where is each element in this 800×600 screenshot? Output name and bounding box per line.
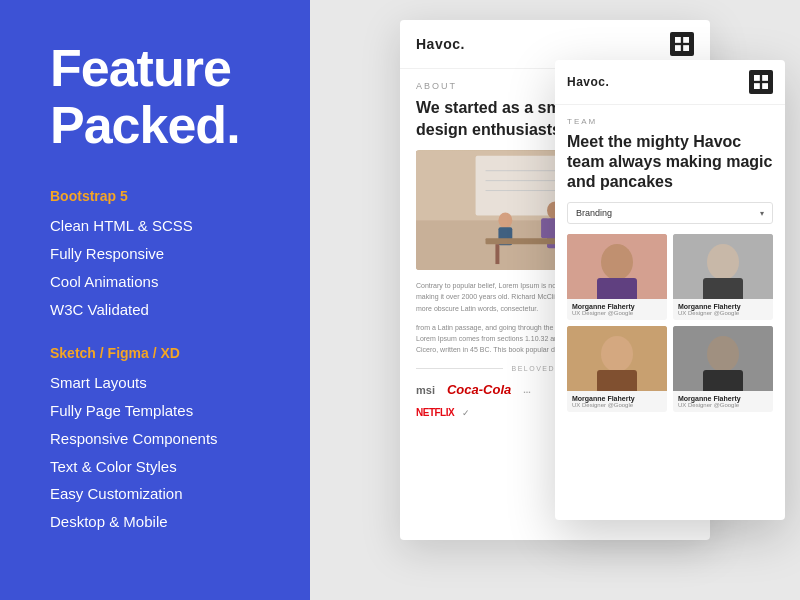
team-card-info: Morganne Flaherty UX Designer @Google [567,299,667,320]
list-item: Clean HTML & SCSS [50,212,270,240]
team-label: TEAM [567,117,773,126]
svg-rect-34 [597,370,637,391]
filter-value: Branding [576,208,612,218]
team-card-info: Morganne Flaherty UX Designer @Google [673,299,773,320]
svg-point-33 [601,336,633,372]
team-member-role: UX Designer @Google [572,402,662,408]
team-photo [673,234,773,299]
client-more: ... [523,385,531,395]
svg-rect-3 [683,45,689,51]
section1-label: Bootstrap 5 [50,188,270,204]
svg-rect-28 [597,278,637,299]
chevron-down-icon: ▾ [760,209,764,218]
mockup-secondary-card: Havoc. TEAM Meet the mighty Havoc team a… [555,60,785,520]
list-item: Cool Animations [50,268,270,296]
mockup-secondary-logo: Havoc. [567,75,609,89]
list-item: Fully Responsive [50,240,270,268]
team-member-name: Morganne Flaherty [572,303,662,310]
team-card: Morganne Flaherty UX Designer @Google [567,234,667,320]
list-item: Smart Layouts [50,369,270,397]
team-member-role: UX Designer @Google [678,310,768,316]
svg-rect-37 [703,370,743,391]
team-photo [567,326,667,391]
client-msi: msi [416,384,435,396]
team-photo [673,326,773,391]
mockup-secondary-header: Havoc. [555,60,785,105]
list-item: Fully Page Templates [50,397,270,425]
svg-point-30 [707,244,739,280]
left-panel: FeaturePacked. Bootstrap 5 Clean HTML & … [0,0,310,600]
team-member-role: UX Designer @Google [678,402,768,408]
list-item: Responsive Components [50,425,270,453]
svg-point-36 [707,336,739,372]
netflix-logo: NETFLIX [416,407,454,418]
svg-rect-22 [754,75,760,81]
team-card-info: Morganne Flaherty UX Designer @Google [567,391,667,412]
grid-icon [670,32,694,56]
team-card: Morganne Flaherty UX Designer @Google [673,234,773,320]
team-photo [567,234,667,299]
list-item: Desktop & Mobile [50,508,270,536]
swoosh: ✓ [462,408,470,418]
grid-icon-secondary [749,70,773,94]
team-card: Morganne Flaherty UX Designer @Google [673,326,773,412]
team-member-role: UX Designer @Google [572,310,662,316]
right-panel: Havoc. ABOUT We started as a small group… [310,0,800,600]
svg-rect-31 [703,278,743,299]
svg-rect-24 [754,83,760,89]
team-section: TEAM Meet the mighty Havoc team always m… [555,105,785,224]
list-item: Easy Customization [50,480,270,508]
branding-filter[interactable]: Branding ▾ [567,202,773,224]
team-title: Meet the mighty Havoc team always making… [567,132,773,192]
svg-point-27 [601,244,633,280]
svg-rect-2 [675,45,681,51]
team-member-name: Morganne Flaherty [572,395,662,402]
svg-rect-13 [541,219,549,239]
svg-point-15 [498,213,512,229]
svg-rect-0 [675,37,681,43]
team-grid: Morganne Flaherty UX Designer @Google Mo… [555,234,785,424]
list-item: Text & Color Styles [50,453,270,481]
svg-rect-25 [762,83,768,89]
team-member-name: Morganne Flaherty [678,303,768,310]
client-coca-cola: Coca-Cola [447,382,511,397]
svg-rect-23 [762,75,768,81]
team-card-info: Morganne Flaherty UX Designer @Google [673,391,773,412]
list-item: W3C Validated [50,296,270,324]
main-title: FeaturePacked. [50,40,270,154]
section2-feature-list: Smart Layouts Fully Page Templates Respo… [50,369,270,536]
mockup-main-logo: Havoc. [416,36,465,52]
team-member-name: Morganne Flaherty [678,395,768,402]
svg-rect-1 [683,37,689,43]
section1-feature-list: Clean HTML & SCSS Fully Responsive Cool … [50,212,270,323]
section2-label: Sketch / Figma / XD [50,345,270,361]
team-card: Morganne Flaherty UX Designer @Google [567,326,667,412]
svg-rect-20 [495,244,499,264]
